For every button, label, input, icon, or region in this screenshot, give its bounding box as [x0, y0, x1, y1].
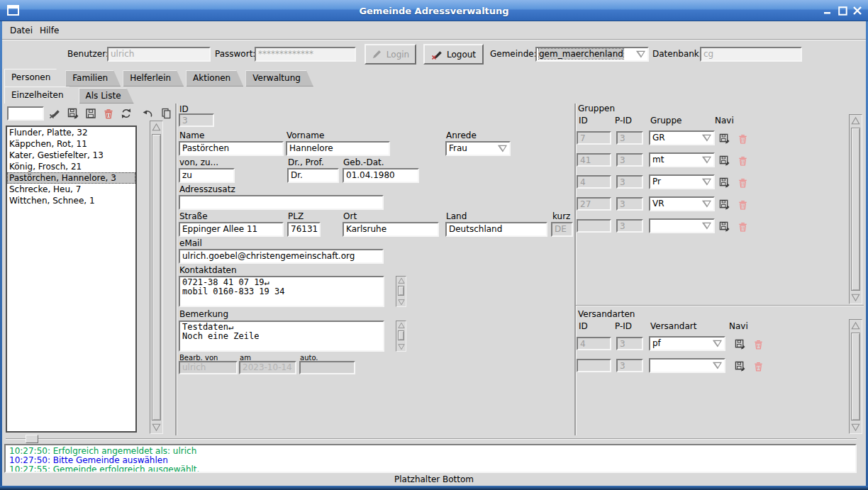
scroll-down-icon[interactable]	[850, 292, 861, 303]
scroll-up-icon[interactable]	[397, 277, 406, 285]
bemerkung-scrollbar[interactable]	[396, 321, 406, 352]
copy-button[interactable]	[160, 107, 172, 120]
gruppen-row-id[interactable]	[577, 219, 611, 233]
adresszusatz-field[interactable]	[179, 195, 384, 210]
list-item-selected[interactable]: Pastörchen, Hannelore, 3	[7, 172, 135, 184]
versandarten-row-id[interactable]	[577, 359, 611, 372]
ort-field[interactable]: Karlsruhe	[343, 222, 439, 237]
gruppen-row-pid[interactable]: 3	[616, 175, 643, 189]
gruppen-row-save-button[interactable]	[718, 176, 730, 189]
gruppen-row-id[interactable]: 4	[577, 175, 611, 189]
tab-aktionen[interactable]: Aktionen	[186, 70, 243, 87]
search-input[interactable]	[7, 106, 44, 121]
kurz-field[interactable]: DE	[551, 222, 573, 237]
email-field[interactable]: ulrich.goebel@christengemeinschaft.org	[179, 249, 384, 264]
scroll-down-icon[interactable]	[850, 422, 861, 433]
list-item[interactable]: Wittchen, Schnee, 1	[7, 195, 135, 206]
gruppen-row-combobox[interactable]: GR	[649, 130, 715, 145]
gruppen-row-pid[interactable]: 3	[616, 219, 643, 233]
list-item[interactable]: Flunder, Platte, 32	[7, 127, 135, 138]
gruppen-scrollbar[interactable]	[849, 114, 862, 304]
dropdown-arrow-icon[interactable]	[712, 340, 723, 347]
dropdown-arrow-icon[interactable]	[701, 156, 712, 164]
list-item[interactable]: König, Frosch, 21	[7, 161, 135, 172]
gruppen-row-delete-button[interactable]	[736, 220, 749, 233]
gruppen-row-save-button[interactable]	[718, 220, 730, 233]
versandarten-row-save-button[interactable]	[733, 338, 746, 350]
tab-personen[interactable]: Personen	[4, 69, 63, 87]
versandarten-row-delete-button[interactable]	[752, 338, 764, 350]
versandarten-row-combobox[interactable]: pf	[649, 336, 725, 351]
gruppen-row-delete-button[interactable]	[736, 176, 749, 189]
vorname-field[interactable]: Hannelore	[286, 141, 390, 156]
scrollbar-thumb[interactable]	[398, 330, 404, 340]
scroll-up-icon[interactable]	[397, 321, 406, 330]
close-button[interactable]	[851, 4, 864, 17]
list-item[interactable]: Käppchen, Rot, 11	[7, 138, 135, 150]
versandarten-row-save-button[interactable]	[733, 360, 746, 372]
tab-einzelheiten[interactable]: Einzelheiten	[4, 87, 77, 104]
refresh-button[interactable]	[120, 107, 133, 120]
gruppen-row-delete-button[interactable]	[736, 154, 749, 167]
kontaktdaten-textarea[interactable]: 0721-38 41 07 19↵ mobil 0160-833 19 34	[179, 276, 384, 307]
maximize-button[interactable]	[836, 4, 849, 17]
versandarten-scrollbar[interactable]	[849, 319, 862, 434]
login-button[interactable]: Login	[365, 44, 416, 65]
name-field[interactable]: Pastörchen	[179, 141, 284, 156]
scrollbar-thumb[interactable]	[851, 128, 860, 291]
versandarten-row-delete-button[interactable]	[752, 360, 764, 372]
titel-field[interactable]: Dr.	[287, 168, 339, 183]
gebdat-field[interactable]: 01.04.1980	[343, 168, 419, 183]
datenbank-field[interactable]: cg	[700, 47, 802, 62]
scroll-up-icon[interactable]	[151, 122, 162, 133]
gemeinde-combobox[interactable]: gem_maerchenland	[535, 47, 649, 62]
strasse-field[interactable]: Eppinger Allee 11	[179, 222, 284, 237]
passwort-field[interactable]: *************	[255, 47, 356, 62]
scroll-down-icon[interactable]	[397, 343, 406, 351]
scroll-down-icon[interactable]	[151, 422, 162, 433]
gruppen-row-save-button[interactable]	[718, 154, 730, 167]
splitter-handle[interactable]	[26, 435, 38, 443]
menu-item-datei[interactable]: Datei	[10, 26, 33, 35]
land-field[interactable]: Deutschland	[445, 222, 547, 237]
log-panel[interactable]: 10:27:50: Erfolgreich angemeldet als: ul…	[4, 444, 857, 473]
tab-als-liste[interactable]: Als Liste	[79, 88, 134, 104]
gruppen-row-save-button[interactable]	[718, 132, 730, 145]
delete-button[interactable]	[102, 107, 115, 120]
gruppen-row-id[interactable]: 41	[577, 153, 611, 167]
am-field[interactable]: 2023-10-14 11:34	[239, 361, 296, 374]
gruppen-row-pid[interactable]: 3	[616, 153, 643, 167]
undo-button[interactable]	[141, 107, 154, 120]
tab-verwaltung[interactable]: Verwaltung	[245, 70, 313, 87]
pen-x-button[interactable]	[48, 107, 61, 120]
scrollbar-thumb[interactable]	[851, 333, 860, 421]
minimize-button[interactable]	[821, 4, 834, 17]
gruppen-row-pid[interactable]: 3	[616, 197, 643, 211]
scroll-down-icon[interactable]	[397, 298, 406, 306]
benutzer-field[interactable]: ulrich	[107, 47, 211, 62]
versandarten-row-id[interactable]: 4	[577, 337, 611, 350]
gruppen-row-save-button[interactable]	[718, 198, 730, 211]
auto-field[interactable]	[299, 361, 355, 374]
gruppen-row-id[interactable]: 27	[577, 197, 611, 211]
gruppen-row-id[interactable]: 7	[577, 131, 611, 145]
plz-field[interactable]: 76131	[287, 222, 321, 237]
menu-item-hilfe[interactable]: Hilfe	[40, 26, 59, 35]
scroll-up-icon[interactable]	[850, 321, 861, 331]
versandarten-row-combobox[interactable]	[649, 358, 725, 373]
dropdown-arrow-icon[interactable]	[701, 134, 712, 142]
save-edit-button[interactable]	[67, 107, 79, 120]
gruppen-row-combobox[interactable]	[649, 218, 715, 233]
versandarten-row-pid[interactable]: 3	[616, 337, 643, 350]
list-scrollbar[interactable]	[150, 121, 163, 434]
dropdown-arrow-icon[interactable]	[635, 50, 646, 58]
tab-familien[interactable]: Familien	[65, 70, 121, 87]
gruppen-row-delete-button[interactable]	[736, 198, 749, 211]
bearb-von-field[interactable]: ulrich	[179, 361, 238, 374]
gruppen-row-delete-button[interactable]	[736, 132, 749, 145]
list-item[interactable]: Schrecke, Heu, 7	[7, 184, 135, 195]
gruppen-row-combobox[interactable]: mt	[649, 152, 715, 167]
list-item[interactable]: Kater, Gestiefelter, 13	[7, 150, 135, 161]
gruppen-row-combobox[interactable]: VR	[649, 196, 715, 211]
versandarten-row-pid[interactable]: 3	[616, 359, 643, 372]
